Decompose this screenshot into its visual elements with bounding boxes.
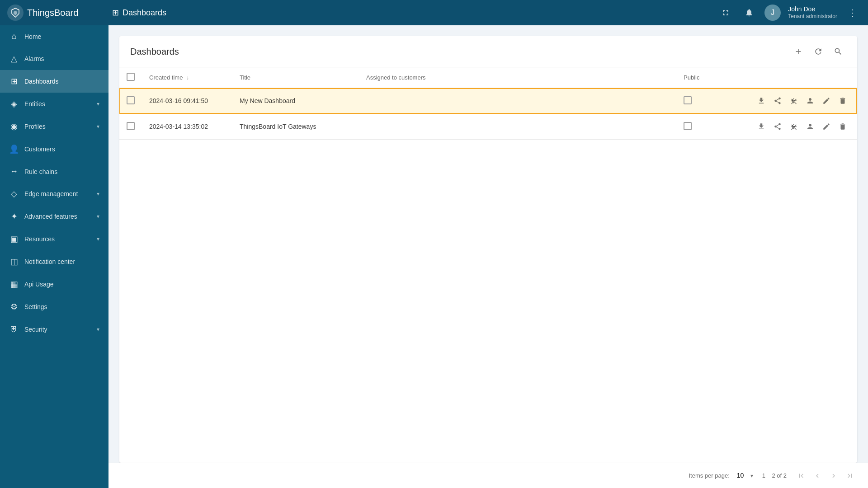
unassign-button-1[interactable]	[787, 119, 801, 134]
table-header: Created time ↓ Title Assigned to custome…	[119, 67, 857, 88]
add-dashboard-button[interactable]: +	[790, 43, 807, 60]
sidebar-label-api-usage: Api Usage	[24, 281, 99, 288]
entities-icon: ◈	[9, 99, 19, 109]
col-actions	[731, 67, 857, 88]
page-title: Dashboards	[130, 47, 790, 57]
items-per-page: Items per page: 10 5 15 20	[689, 470, 755, 481]
manage-customers-button-1[interactable]	[803, 119, 817, 134]
dashboards-icon: ⊞	[112, 8, 119, 18]
sidebar: ⌂ Home △ Alarms ⊞ Dashboards ◈ Entities …	[0, 25, 108, 488]
col-created-time-label: Created time	[149, 74, 183, 81]
delete-button-0[interactable]	[835, 94, 850, 108]
sidebar-item-security[interactable]: ⛨ Security ▾	[0, 318, 108, 340]
sidebar-item-rule-chains[interactable]: ↔ Rule chains	[0, 160, 108, 183]
search-button[interactable]	[830, 43, 846, 60]
alarms-icon: △	[9, 54, 19, 64]
first-page-button[interactable]	[794, 469, 808, 483]
more-menu-button[interactable]: ⋮	[844, 5, 861, 21]
unassign-button-0[interactable]	[787, 94, 801, 108]
sidebar-item-notification-center[interactable]: ◫ Notification center	[0, 250, 108, 273]
page-header: Dashboards +	[119, 36, 857, 67]
advanced-features-icon: ✦	[9, 211, 19, 221]
fullscreen-button[interactable]	[717, 5, 734, 21]
refresh-icon	[814, 47, 823, 56]
sidebar-label-dashboards: Dashboards	[24, 78, 99, 85]
prev-page-button[interactable]	[810, 469, 825, 483]
content-area: Dashboards +	[108, 25, 868, 463]
resources-icon: ▣	[9, 234, 19, 244]
chevron-icon-entities: ▾	[97, 101, 99, 107]
share-button-0[interactable]	[770, 94, 785, 108]
last-page-button[interactable]	[843, 469, 857, 483]
user-info: John Doe Tenant administrator	[788, 5, 837, 20]
chevron-icon-resources: ▾	[97, 236, 99, 242]
next-page-button[interactable]	[826, 469, 841, 483]
sidebar-item-customers[interactable]: 👤 Customers	[0, 138, 108, 160]
home-icon: ⌂	[9, 32, 19, 41]
sidebar-label-settings: Settings	[24, 303, 99, 310]
notification-center-icon: ◫	[9, 257, 19, 267]
sidebar-item-alarms[interactable]: △ Alarms	[0, 47, 108, 70]
edge-management-icon: ◇	[9, 189, 19, 199]
public-checkbox-0[interactable]	[684, 96, 692, 104]
row-title-1: ThingsBoard IoT Gateways	[232, 114, 359, 140]
topbar-page-title: ⊞ Dashboards	[112, 8, 717, 18]
page-header-actions: +	[790, 43, 846, 60]
sidebar-label-edge-management: Edge management	[24, 190, 91, 197]
per-page-select[interactable]: 10 5 15 20	[733, 470, 755, 481]
sidebar-label-home: Home	[24, 33, 99, 40]
avatar[interactable]: J	[764, 5, 781, 21]
sidebar-item-entities[interactable]: ◈ Entities ▾	[0, 93, 108, 115]
delete-button-1[interactable]	[835, 119, 850, 134]
export-button-1[interactable]	[754, 119, 769, 134]
topbar-actions: J John Doe Tenant administrator ⋮	[717, 5, 861, 21]
sidebar-label-alarms: Alarms	[24, 55, 99, 62]
row-checkbox-1[interactable]	[127, 122, 135, 130]
sidebar-label-advanced-features: Advanced features	[24, 213, 91, 220]
sidebar-item-settings[interactable]: ⚙ Settings	[0, 296, 108, 318]
chevron-icon-advanced-features: ▾	[97, 213, 99, 220]
sidebar-item-api-usage[interactable]: ▦ Api Usage	[0, 273, 108, 296]
sidebar-item-home[interactable]: ⌂ Home	[0, 25, 108, 47]
customers-icon: 👤	[9, 144, 19, 154]
sidebar-item-profiles[interactable]: ◉ Profiles ▾	[0, 115, 108, 138]
select-all-checkbox[interactable]	[127, 73, 135, 81]
logo-icon	[7, 5, 24, 21]
share-button-1[interactable]	[770, 119, 785, 134]
more-icon: ⋮	[848, 7, 857, 18]
sidebar-item-advanced-features[interactable]: ✦ Advanced features ▾	[0, 205, 108, 228]
export-button-0[interactable]	[754, 94, 769, 108]
edit-button-0[interactable]	[819, 94, 834, 108]
edit-button-1[interactable]	[819, 119, 834, 134]
user-name: John Doe	[788, 5, 837, 13]
sidebar-item-resources[interactable]: ▣ Resources ▾	[0, 228, 108, 250]
refresh-button[interactable]	[810, 43, 826, 60]
row-created-time-1: 2024-03-14 13:35:02	[142, 114, 232, 140]
col-assigned-customers: Assigned to customers	[359, 67, 676, 88]
sidebar-label-customers: Customers	[24, 145, 99, 153]
notifications-button[interactable]	[741, 5, 757, 21]
topbar: ThingsBoard ⊞ Dashboards J John Doe Tena…	[0, 0, 868, 25]
row-checkbox-0[interactable]	[127, 96, 135, 104]
main-content: Dashboards +	[108, 25, 868, 488]
table-footer: Items per page: 10 5 15 20 1 – 2 of 2	[108, 463, 868, 488]
sidebar-item-edge-management[interactable]: ◇ Edge management ▾	[0, 183, 108, 205]
row-checkbox-cell-0	[119, 88, 142, 114]
row-public-1	[676, 114, 731, 140]
table-row: 2024-03-14 13:35:02 ThingsBoard IoT Gate…	[119, 114, 857, 140]
sidebar-item-dashboards[interactable]: ⊞ Dashboards	[0, 70, 108, 93]
sidebar-label-profiles: Profiles	[24, 123, 91, 130]
row-actions-0	[731, 88, 857, 114]
layout: ⌂ Home △ Alarms ⊞ Dashboards ◈ Entities …	[0, 25, 868, 488]
sidebar-label-entities: Entities	[24, 100, 91, 108]
settings-icon: ⚙	[9, 302, 19, 312]
public-checkbox-1[interactable]	[684, 122, 692, 130]
row-checkbox-cell-1	[119, 114, 142, 140]
sort-icon[interactable]: ↓	[186, 75, 189, 81]
col-public-label: Public	[684, 74, 699, 81]
manage-customers-button-0[interactable]	[803, 94, 817, 108]
col-title: Title	[232, 67, 359, 88]
row-customers-1	[359, 114, 676, 140]
api-usage-icon: ▦	[9, 279, 19, 289]
per-page-wrapper: 10 5 15 20	[733, 470, 755, 481]
